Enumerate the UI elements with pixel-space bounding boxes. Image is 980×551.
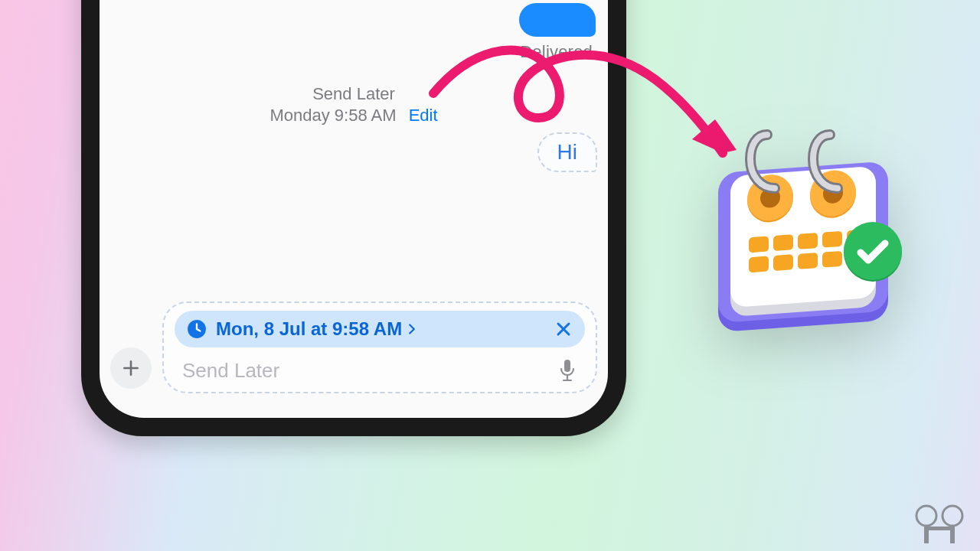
schedule-pill[interactable]: Mon, 8 Jul at 9:58 AM bbox=[175, 311, 585, 347]
clear-schedule-button[interactable] bbox=[554, 320, 573, 338]
svg-point-24 bbox=[916, 506, 936, 526]
sent-message-bubble bbox=[519, 3, 596, 37]
svg-rect-1 bbox=[564, 360, 570, 372]
scheduled-header-title: Send Later bbox=[100, 83, 608, 105]
microphone-icon[interactable] bbox=[557, 358, 577, 383]
add-attachment-button[interactable] bbox=[110, 347, 152, 389]
svg-rect-15 bbox=[798, 233, 818, 249]
svg-point-25 bbox=[942, 506, 962, 526]
svg-rect-19 bbox=[773, 254, 793, 271]
svg-rect-28 bbox=[924, 527, 955, 530]
svg-rect-21 bbox=[822, 251, 842, 268]
compose-input[interactable]: Send Later bbox=[182, 359, 279, 383]
schedule-pill-label: Mon, 8 Jul at 9:58 AM bbox=[216, 318, 545, 340]
scheduled-header: Send Later Monday 9:58 AM Edit bbox=[100, 83, 608, 126]
edit-schedule-button[interactable]: Edit bbox=[409, 106, 438, 125]
clock-icon bbox=[187, 319, 207, 339]
svg-rect-18 bbox=[749, 256, 769, 273]
compose-box: Mon, 8 Jul at 9:58 AM Send Later bbox=[162, 302, 597, 393]
pending-message-bubble[interactable]: Hi bbox=[537, 132, 597, 172]
svg-rect-16 bbox=[822, 231, 842, 248]
chevron-right-icon bbox=[407, 324, 417, 334]
svg-rect-14 bbox=[773, 234, 793, 251]
phone-screen: Delivered Send Later Monday 9:58 AM Edit… bbox=[100, 0, 608, 418]
watermark-logo bbox=[910, 504, 972, 546]
compose-area: Mon, 8 Jul at 9:58 AM Send Later bbox=[110, 302, 597, 393]
plus-icon bbox=[121, 358, 141, 378]
scheduled-header-time: Monday 9:58 AM bbox=[270, 106, 396, 125]
svg-rect-20 bbox=[798, 253, 818, 269]
phone-frame: Delivered Send Later Monday 9:58 AM Edit… bbox=[81, 0, 626, 436]
svg-rect-13 bbox=[749, 236, 769, 253]
calendar-icon bbox=[712, 129, 903, 343]
pending-message-text: Hi bbox=[557, 140, 577, 164]
delivered-status: Delivered bbox=[520, 42, 593, 62]
